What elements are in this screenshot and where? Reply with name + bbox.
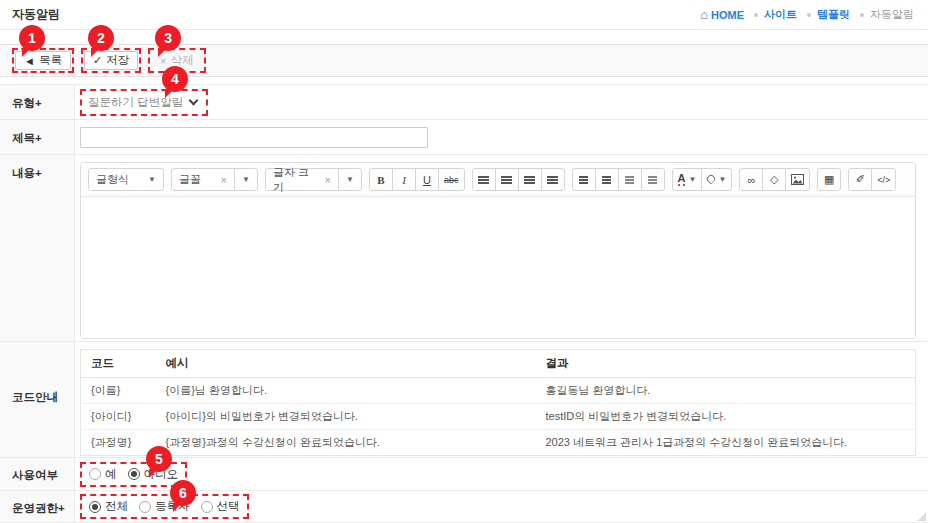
font-color-button[interactable]: A▼ — [672, 168, 703, 191]
align-justify-icon — [547, 176, 558, 178]
font-family-caret-button[interactable]: ▼ — [234, 168, 258, 191]
image-icon — [791, 174, 804, 185]
form-row-use: 사용여부 5 예 아니오 — [0, 458, 928, 491]
font-size-select[interactable]: 글자 크기 × — [265, 168, 339, 191]
font-family-select[interactable]: 글꼴 × — [171, 168, 235, 191]
radio-option-select[interactable]: 선택 — [201, 499, 240, 514]
align-right-button[interactable] — [518, 168, 542, 191]
numbered-list-icon — [602, 176, 611, 178]
breadcrumb-separator-dot — [860, 13, 864, 17]
table-row: {과정명} {과정명}과정의 수강신청이 완료되었습니다. 2023 네트워크 … — [81, 430, 916, 456]
page-title: 자동알림 — [12, 6, 60, 23]
align-right-icon — [524, 176, 535, 178]
bullet-list-icon — [579, 176, 588, 178]
save-button-label: 저장 — [106, 53, 129, 68]
clear-x-icon[interactable]: × — [325, 174, 331, 186]
result-cell: 2023 네트워크 관리사 1급과정의 수강신청이 완료되었습니다. — [536, 430, 916, 456]
insert-table-button[interactable]: ▦ — [817, 168, 841, 191]
auto-notification-page: 자동알림 ⌂ HOME 사이트 템플릿 자동알림 1 ◄ 목록 2 ✓ 저장 — [0, 0, 928, 523]
example-cell: {과정명}과정의 수강신청이 완료되었습니다. — [156, 430, 536, 456]
radio-button[interactable] — [89, 468, 101, 480]
font-color-icon: A — [678, 173, 686, 186]
list-button-label: 목록 — [39, 53, 62, 68]
annotation-box-1: 1 ◄ 목록 — [12, 48, 74, 73]
annotation-badge-6: 6 — [170, 480, 196, 506]
editor-toolbar: 글형식 ▼ 글꼴 × ▼ — [81, 163, 915, 197]
clear-x-icon[interactable]: × — [221, 174, 227, 186]
annotation-badge-2: 2 — [88, 25, 114, 51]
example-cell: {이름}님 환영합니다. — [156, 378, 536, 404]
top-bar: 자동알림 ⌂ HOME 사이트 템플릿 자동알림 — [0, 0, 928, 30]
breadcrumb-home[interactable]: HOME — [711, 9, 744, 21]
radio-button[interactable] — [128, 468, 140, 480]
indent-button[interactable] — [618, 168, 642, 191]
breadcrumb-current: 자동알림 — [870, 7, 914, 22]
form-row-title: 제목+ — [0, 120, 928, 155]
highlight-droplet-icon — [706, 173, 717, 184]
align-center-icon — [501, 176, 512, 178]
radio-option-yes[interactable]: 예 — [89, 467, 117, 482]
font-family-label: 글꼴 — [179, 172, 201, 187]
align-left-button[interactable] — [472, 168, 496, 191]
code-cell: {과정명} — [81, 430, 156, 456]
code-guide-table: 코드 예시 결과 {이름} {이름}님 환영합니다. 홍길동님 환영합니다. {… — [80, 349, 916, 456]
title-input[interactable] — [80, 127, 428, 148]
radio-button[interactable] — [89, 501, 101, 513]
unordered-list-button[interactable] — [572, 168, 596, 191]
font-size-caret-button[interactable]: ▼ — [338, 168, 362, 191]
radio-option-all[interactable]: 전체 — [89, 499, 128, 514]
radio-label[interactable]: 전체 — [105, 499, 128, 514]
ordered-list-button[interactable] — [595, 168, 619, 191]
result-cell: testID의 비밀번호가 변경되었습니다. — [536, 404, 916, 430]
radio-label[interactable]: 선택 — [217, 499, 240, 514]
use-label: 사용여부 — [0, 458, 75, 490]
caret-down-icon: ▼ — [346, 175, 354, 184]
radio-button[interactable] — [201, 501, 213, 513]
outdent-icon — [648, 176, 657, 178]
code-cell: {이름} — [81, 378, 156, 404]
paragraph-format-select[interactable]: 글형식 ▼ — [88, 168, 164, 191]
caret-down-icon: ▼ — [242, 175, 250, 184]
column-header-code: 코드 — [81, 350, 156, 378]
form-row-permission: 운영권한+ 6 전체 등록자 — [0, 491, 928, 523]
annotation-badge-5: 5 — [146, 446, 172, 472]
strikethrough-button[interactable]: abc — [438, 168, 465, 191]
code-view-button[interactable]: </> — [871, 168, 896, 191]
breadcrumb-separator-dot — [754, 13, 758, 17]
title-label: 제목+ — [0, 120, 75, 154]
bold-button[interactable]: B — [369, 168, 393, 191]
paragraph-format-label: 글형식 — [96, 172, 129, 187]
clear-format-button[interactable]: ✐ — [848, 168, 872, 191]
result-cell: 홍길동님 환영합니다. — [536, 378, 916, 404]
form-row-type: 유형+ 4 질문하기 답변알림 — [0, 85, 928, 120]
unlink-button[interactable]: ◇ — [762, 168, 786, 191]
type-select[interactable]: 질문하기 답변알림 — [83, 92, 205, 113]
annotation-box-4: 4 질문하기 답변알림 — [80, 89, 208, 116]
table-row: {이름} {이름}님 환영합니다. 홍길동님 환영합니다. — [81, 378, 916, 404]
insert-image-button[interactable] — [785, 168, 810, 191]
breadcrumb-template[interactable]: 템플릿 — [817, 7, 850, 22]
table-header-row: 코드 예시 결과 — [81, 350, 916, 378]
outdent-button[interactable] — [641, 168, 665, 191]
radio-button[interactable] — [139, 501, 151, 513]
breadcrumb: ⌂ HOME 사이트 템플릿 자동알림 — [700, 7, 914, 22]
annotation-box-5: 5 예 아니오 — [80, 462, 187, 487]
editor-content-area[interactable] — [81, 197, 915, 338]
permission-radio-group: 전체 등록자 선택 — [83, 497, 246, 516]
align-center-button[interactable] — [495, 168, 519, 191]
action-bar: 1 ◄ 목록 2 ✓ 저장 3 × 삭제 — [0, 44, 928, 77]
caret-down-icon: ▼ — [718, 175, 726, 184]
column-header-example: 예시 — [156, 350, 536, 378]
example-cell: {아이디}의 비밀번호가 변경되었습니다. — [156, 404, 536, 430]
underline-button[interactable]: U — [415, 168, 439, 191]
align-justify-button[interactable] — [541, 168, 565, 191]
form-row-content: 내용+ 글형식 ▼ 글꼴 × — [0, 155, 928, 342]
highlight-color-button[interactable]: ▼ — [701, 168, 732, 191]
column-header-result: 결과 — [536, 350, 916, 378]
breadcrumb-site[interactable]: 사이트 — [764, 7, 797, 22]
italic-button[interactable]: I — [392, 168, 416, 191]
form-row-code-guide: 코드안내 코드 예시 결과 {이름} {이름}님 환영합니다. — [0, 342, 928, 458]
insert-link-button[interactable]: ∞ — [739, 168, 763, 191]
radio-label[interactable]: 예 — [105, 467, 117, 482]
home-icon: ⌂ — [700, 7, 708, 22]
